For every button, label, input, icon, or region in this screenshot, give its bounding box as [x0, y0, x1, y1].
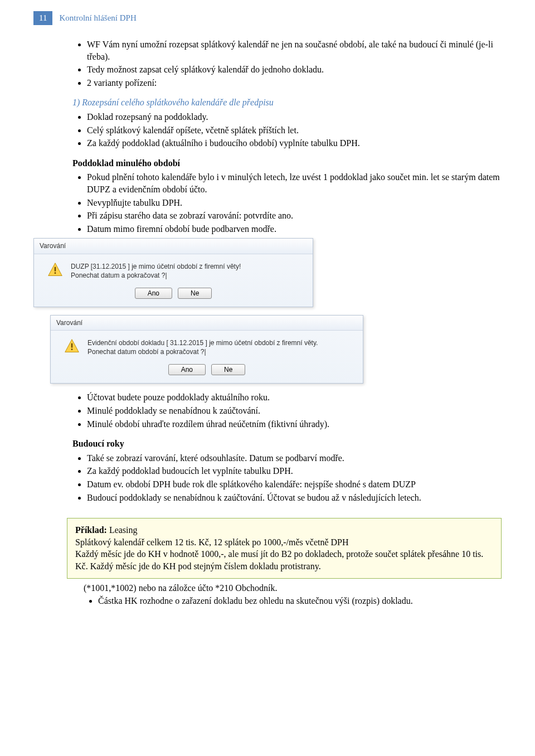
svg-rect-5 [71, 348, 72, 350]
intro-list: WF Vám nyní umožní rozepsat splátkový ka… [72, 38, 502, 89]
svg-rect-2 [55, 272, 56, 274]
list-item: Za každý poddoklad budoucích let vyplnít… [87, 465, 502, 477]
warning-dialog-2: Varování Evidenční období dokladu [ 31.1… [50, 315, 363, 384]
list-item: Datum mimo firemní období bude podbarven… [87, 223, 502, 235]
list-item: WF Vám nyní umožní rozepsat splátkový ka… [87, 38, 502, 62]
predpis-list: Doklad rozepsaný na poddoklady. Celý spl… [72, 111, 502, 149]
list-item: Za každý poddoklad (aktuálního i budoucí… [87, 137, 502, 149]
page-title: Kontrolní hlášení DPH [59, 13, 136, 23]
list-item: Při zápisu starého data se zobrazí varov… [87, 210, 502, 222]
example-label: Příklad: [75, 525, 107, 535]
example-box: Příklad: Leasing Splátkový kalendář celk… [67, 518, 502, 578]
list-item: Částka HK rozhodne o zařazení dokladu be… [98, 595, 502, 607]
budouci-list: Také se zobrazí varování, které odsouhla… [72, 452, 502, 503]
list-item: 2 varianty pořízení: [87, 77, 502, 89]
list-item: Také se zobrazí varování, které odsouhla… [87, 452, 502, 464]
dialog-message: Evidenční období dokladu [ 31.12.2015 ] … [87, 338, 318, 356]
no-button[interactable]: Ne [211, 364, 245, 375]
warning-dialog-1: Varování DUZP [31.12.2015 ] je mimo účet… [33, 238, 313, 307]
tail-text: (*1001,*1002) nebo na záložce účto *210 … [84, 582, 502, 594]
list-item: Datum ev. období DPH bude rok dle splátk… [87, 478, 502, 491]
list-item: Doklad rozepsaný na poddoklady. [87, 111, 502, 123]
dialog-line: Ponechat datum období a pokračovat ?| [87, 347, 318, 356]
svg-rect-1 [55, 266, 56, 271]
warning-icon [47, 262, 63, 278]
after-dialog-list: Účtovat budete pouze poddoklady aktuální… [72, 391, 502, 430]
list-item: Budoucí poddoklady se nenabídnou k zaúčt… [87, 492, 502, 504]
example-topic: Leasing [107, 525, 138, 535]
list-item: Celý splátkový kalendář opíšete, včetně … [87, 124, 502, 137]
yes-button[interactable]: Ano [135, 288, 172, 299]
list-item: Nevyplňujte tabulku DPH. [87, 197, 502, 209]
section-heading-minule: Poddoklad minulého období [72, 157, 502, 169]
svg-rect-4 [71, 343, 72, 348]
warning-icon [64, 338, 80, 354]
dialog-line: Evidenční období dokladu [ 31.12.2015 ] … [87, 338, 318, 347]
dialog-line: Ponechat datum a pokračovat ?| [71, 271, 241, 280]
dialog-message: DUZP [31.12.2015 ] je mimo účetní období… [71, 262, 241, 280]
dialog-title: Varování [34, 239, 313, 254]
list-item: Účtovat budete pouze poddoklady aktuální… [87, 391, 502, 404]
list-item: Tedy možnost zapsat celý splátkový kalen… [87, 64, 502, 76]
dialog-line: DUZP [31.12.2015 ] je mimo účetní období… [71, 262, 241, 271]
list-item: Minulé poddoklady se nenabídnou k zaúčto… [87, 405, 502, 417]
section-heading-budouci: Budoucí roky [72, 438, 502, 450]
tail-list: Částka HK rozhodne o zařazení dokladu be… [84, 595, 502, 607]
example-line: Každý měsíc jde do KH v hodnotě 1000,-, … [75, 548, 493, 572]
no-button[interactable]: Ne [178, 288, 212, 299]
list-item: Minulé období uhraďte rozdílem úhrad neú… [87, 418, 502, 430]
example-line: Splátkový kalendář celkem 12 tis. Kč, 12… [75, 536, 493, 549]
section-heading-predpis: 1) Rozepsání celého splátkového kalendář… [72, 96, 502, 109]
minule-list: Pokud plnění tohoto kalendáře bylo i v m… [72, 171, 502, 235]
list-item: Pokud plnění tohoto kalendáře bylo i v m… [87, 171, 502, 195]
yes-button[interactable]: Ano [168, 364, 206, 375]
page-header: 11 Kontrolní hlášení DPH [33, 11, 502, 25]
page-number-box: 11 [33, 11, 52, 25]
dialog-title: Varování [51, 316, 363, 331]
